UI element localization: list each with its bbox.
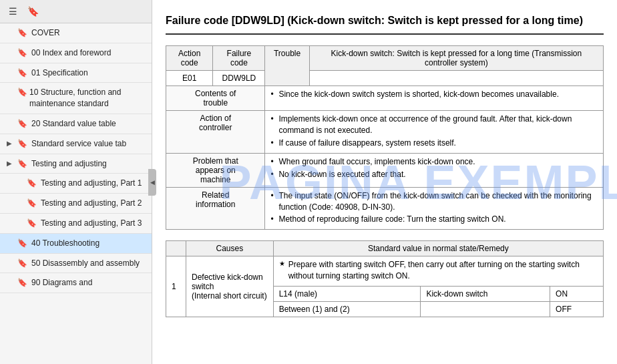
between-label: Between (1) and (2) [273, 301, 421, 317]
expand-placeholder [7, 29, 13, 36]
bookmark-icon: 🔖 [17, 278, 27, 287]
on-off-label [421, 301, 550, 317]
bookmark-icon: 🔖 [17, 139, 27, 148]
action-list: Implements kick-down once at occurrence … [270, 114, 598, 148]
sidebar-item-label: Testing and adjusting, Part 3 [41, 218, 142, 229]
row-label-contents: Contents oftrouble [166, 86, 265, 111]
problem-list: When ground fault occurs, implements kic… [270, 156, 598, 180]
table-row-action: Action ofcontroller Implements kick-down… [166, 111, 604, 153]
expand-placeholder [16, 199, 23, 206]
sidebar-item-standard-service[interactable]: ▶ 🔖 Standard service value tab [0, 134, 152, 154]
row-label-action: Action ofcontroller [166, 111, 265, 153]
sidebar-item-label: COVER [31, 27, 60, 39]
sidebar-item-label: Standard service value tab [31, 138, 126, 150]
bookmark-icon: 🔖 [17, 238, 27, 248]
expand-placeholder [7, 120, 13, 127]
row-label-related: Relatedinformation [166, 187, 265, 229]
expand-placeholder [7, 88, 13, 96]
bookmark-icon: 🔖 [17, 119, 27, 128]
list-item: Prepare with starting switch OFF, then c… [279, 259, 598, 282]
star-list: Prepare with starting switch OFF, then c… [279, 259, 598, 282]
sidebar-nav: 🔖 COVER 🔖 00 Index and foreword 🔖 01 Spe… [0, 23, 152, 364]
failure-code-value: DDW9LD [213, 71, 265, 86]
sidebar-item-testing-part2[interactable]: 🔖 Testing and adjusting, Part 2 [0, 194, 152, 214]
expand-placeholder [7, 69, 13, 76]
list-item: No kick-down is executed after that. [270, 169, 598, 180]
page-title: Failure code [DDW9LD] (Kick-down switch:… [166, 13, 604, 35]
bookmark-icon: 🔖 [17, 28, 27, 37]
sidebar-item-label: 90 Diagrams and [31, 277, 92, 289]
info-table: Action code Failure code Trouble Kick-do… [166, 45, 604, 230]
bookmark-toolbar-icon[interactable]: 🔖 [25, 4, 40, 19]
action-code-value: E01 [166, 71, 213, 86]
table-row-problem: Problem thatappears onmachine When groun… [166, 153, 604, 187]
sidebar-item-label: Testing and adjusting, Part 2 [41, 198, 142, 209]
failure-code-header: Failure code [213, 46, 265, 71]
expand-placeholder [16, 219, 23, 226]
sidebar-item-cover[interactable]: 🔖 COVER [0, 23, 152, 43]
row-value-related: The input state (ON/OFF) from the kick-d… [265, 187, 604, 229]
sidebar-item-01-spec[interactable]: 🔖 01 Specification [0, 63, 152, 83]
bookmark-icon: 🔖 [17, 258, 27, 268]
sidebar-collapse-handle[interactable]: ◀ [148, 169, 156, 196]
trouble-desc-value [309, 71, 603, 86]
sidebar-item-label: 20 Standard value table [31, 118, 116, 130]
list-item: The input state (ON/OFF) from the kick-d… [270, 190, 598, 213]
row-value-contents: Since the kick-down switch system is sho… [265, 86, 604, 111]
row-value-action: Implements kick-down once at occurrence … [265, 111, 604, 153]
list-item: Since the kick-down switch system is sho… [270, 89, 598, 100]
bookmark-icon: 🔖 [27, 178, 37, 188]
off-value: OFF [550, 301, 604, 317]
expand-placeholder [7, 279, 13, 286]
table-row-related: Relatedinformation The input state (ON/O… [166, 187, 604, 229]
contents-list: Since the kick-down switch system is sho… [270, 89, 598, 100]
bookmark-icon: 🔖 [27, 198, 37, 208]
sidebar-item-label: Testing and adjusting [31, 158, 107, 170]
sidebar-item-20-standard[interactable]: 🔖 20 Standard value table [0, 114, 152, 134]
expand-placeholder [16, 179, 23, 186]
trouble-desc-header: Kick-down switch: Switch is kept pressed… [309, 46, 603, 71]
sidebar-item-label: Testing and adjusting, Part 1 [41, 178, 142, 189]
row-number: 1 [166, 256, 186, 317]
row-value-problem: When ground fault occurs, implements kic… [265, 153, 604, 187]
bookmark-icon: 🔖 [17, 87, 25, 97]
sidebar-item-50-disassembly[interactable]: 🔖 50 Disassembly and assembly [0, 254, 152, 274]
sidebar-item-label: 01 Specification [31, 67, 88, 79]
sidebar-item-label: 50 Disassembly and assembly [31, 258, 140, 269]
bookmark-icon: 🔖 [17, 68, 27, 77]
sidebar-item-40-troubleshoot[interactable]: 🔖 40 Troubleshooting [0, 234, 152, 254]
connector-label: L14 (male) [273, 286, 421, 301]
causes-table: Causes Standard value in normal state/Re… [166, 240, 604, 317]
causes-row-1: 1 Defective kick-down switch(Internal sh… [166, 256, 604, 287]
list-item: Implements kick-down once at occurrence … [270, 114, 598, 136]
sidebar-item-testing-part1[interactable]: 🔖 Testing and adjusting, Part 1 [0, 174, 152, 194]
sidebar-toolbar: ☰ 🔖 [0, 0, 152, 23]
bookmark-icon: 🔖 [17, 159, 27, 168]
standard-note: Prepare with starting switch OFF, then c… [273, 256, 603, 287]
bookmark-icon: 🔖 [17, 48, 27, 57]
list-item: Method of reproducing failure code: Turn… [270, 214, 598, 225]
main-content: Failure code [DDW9LD] (Kick-down switch:… [152, 0, 617, 364]
sidebar-item-10-structure[interactable]: 🔖 10 Structure, function and maintenance… [0, 83, 152, 114]
list-item: If cause of failure disappears, system r… [270, 138, 598, 149]
causes-num-header [166, 241, 186, 256]
expand-arrow-icon: ▶ [7, 160, 13, 167]
sidebar-item-90-diagrams[interactable]: 🔖 90 Diagrams and [0, 273, 152, 293]
sidebar-item-00-index[interactable]: 🔖 00 Index and foreword [0, 43, 152, 63]
on-value: ON [550, 286, 604, 301]
standard-value-header: Standard value in normal state/Remedy [273, 241, 603, 256]
menu-icon[interactable]: ☰ [5, 4, 20, 19]
expand-placeholder [7, 49, 13, 56]
bookmark-icon: 🔖 [27, 218, 37, 228]
sidebar-item-testing-part3[interactable]: 🔖 Testing and adjusting, Part 3 [0, 214, 152, 234]
causes-header: Causes [186, 241, 274, 256]
expand-arrow-icon: ▶ [7, 140, 13, 147]
sidebar: ☰ 🔖 🔖 COVER 🔖 00 Index and foreword 🔖 01… [0, 0, 152, 364]
cause-description: Defective kick-down switch(Internal shor… [186, 256, 274, 317]
action-code-header: Action code [166, 46, 213, 71]
switch-label: Kick-down switch [421, 286, 550, 301]
sidebar-item-testing-adjusting[interactable]: ▶ 🔖 Testing and adjusting [0, 154, 152, 174]
sidebar-wrapper: ☰ 🔖 🔖 COVER 🔖 00 Index and foreword 🔖 01… [0, 0, 152, 364]
row-label-problem: Problem thatappears onmachine [166, 153, 265, 187]
list-item: When ground fault occurs, implements kic… [270, 156, 598, 168]
